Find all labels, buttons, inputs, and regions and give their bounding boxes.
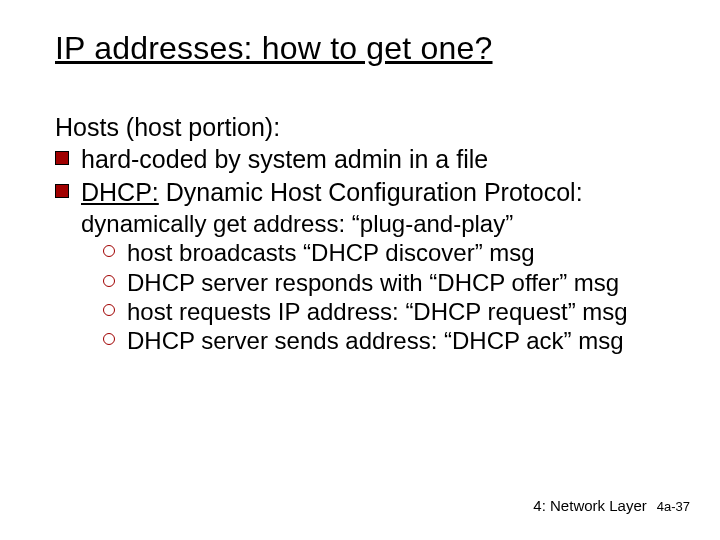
dhcp-step-offer: DHCP server responds with “DHCP offer” m… <box>103 268 670 297</box>
footer-page: 4a-37 <box>657 499 690 514</box>
slide: IP addresses: how to get one? Hosts (hos… <box>0 0 720 540</box>
bullet-hardcoded: hard-coded by system admin in a file <box>55 144 670 175</box>
dhcp-step-discover: host broadcasts “DHCP discover” msg <box>103 238 670 267</box>
dhcp-step-ack: DHCP server sends address: “DHCP ack” ms… <box>103 326 670 355</box>
dhcp-label: DHCP: <box>81 178 159 206</box>
subheading: Hosts (host portion): <box>55 113 670 142</box>
footer-chapter: 4: Network Layer <box>533 497 646 514</box>
dhcp-step-request: host requests IP address: “DHCP request”… <box>103 297 670 326</box>
slide-title: IP addresses: how to get one? <box>55 30 670 67</box>
dhcp-expansion: Dynamic Host Configuration Protocol: <box>159 178 583 206</box>
dhcp-description: dynamically get address: “plug-and-play” <box>81 209 670 238</box>
bullet-dhcp: DHCP: Dynamic Host Configuration Protoco… <box>55 177 670 208</box>
footer: 4: Network Layer4a-37 <box>533 497 690 514</box>
